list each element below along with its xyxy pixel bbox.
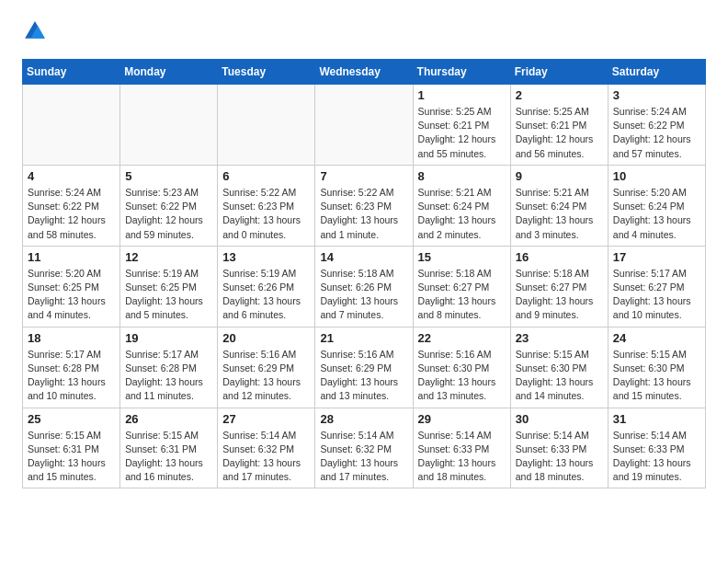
calendar-cell: 1Sunrise: 5:25 AMSunset: 6:21 PMDaylight… — [413, 85, 510, 166]
calendar-cell: 20Sunrise: 5:16 AMSunset: 6:29 PMDayligh… — [218, 327, 315, 408]
calendar-week-5: 25Sunrise: 5:15 AMSunset: 6:31 PMDayligh… — [23, 408, 706, 488]
calendar-cell: 19Sunrise: 5:17 AMSunset: 6:28 PMDayligh… — [120, 327, 218, 408]
day-info: Sunrise: 5:15 AMSunset: 6:30 PMDaylight:… — [613, 348, 700, 404]
day-number: 30 — [516, 412, 603, 426]
calendar-cell: 6Sunrise: 5:22 AMSunset: 6:23 PMDaylight… — [218, 165, 315, 246]
day-number: 13 — [222, 250, 310, 264]
day-info: Sunrise: 5:22 AMSunset: 6:23 PMDaylight:… — [320, 186, 407, 242]
logo-icon — [22, 18, 48, 44]
calendar-header: SundayMondayTuesdayWednesdayThursdayFrid… — [23, 60, 706, 85]
day-info: Sunrise: 5:25 AMSunset: 6:21 PMDaylight:… — [418, 105, 506, 161]
day-number: 12 — [125, 250, 212, 264]
calendar-week-1: 1Sunrise: 5:25 AMSunset: 6:21 PMDaylight… — [23, 85, 706, 166]
day-info: Sunrise: 5:14 AMSunset: 6:33 PMDaylight:… — [613, 429, 700, 485]
day-info: Sunrise: 5:19 AMSunset: 6:26 PMDaylight:… — [222, 267, 310, 323]
calendar-cell — [23, 85, 120, 166]
calendar-table: SundayMondayTuesdayWednesdayThursdayFrid… — [22, 59, 706, 488]
day-info: Sunrise: 5:18 AMSunset: 6:27 PMDaylight:… — [418, 267, 506, 323]
day-number: 8 — [418, 169, 506, 183]
calendar-cell: 31Sunrise: 5:14 AMSunset: 6:33 PMDayligh… — [608, 408, 705, 488]
calendar-week-3: 11Sunrise: 5:20 AMSunset: 6:25 PMDayligh… — [23, 246, 706, 327]
day-number: 1 — [418, 88, 506, 102]
day-number: 16 — [516, 250, 603, 264]
day-number: 9 — [516, 169, 603, 183]
calendar-cell: 22Sunrise: 5:16 AMSunset: 6:30 PMDayligh… — [413, 327, 510, 408]
calendar-cell: 11Sunrise: 5:20 AMSunset: 6:25 PMDayligh… — [23, 246, 120, 327]
day-number: 10 — [613, 169, 700, 183]
day-number: 4 — [28, 169, 115, 183]
calendar-cell: 3Sunrise: 5:24 AMSunset: 6:22 PMDaylight… — [608, 85, 705, 166]
calendar-cell: 16Sunrise: 5:18 AMSunset: 6:27 PMDayligh… — [510, 246, 608, 327]
day-number: 28 — [320, 412, 407, 426]
day-info: Sunrise: 5:17 AMSunset: 6:28 PMDaylight:… — [125, 348, 212, 404]
day-info: Sunrise: 5:24 AMSunset: 6:22 PMDaylight:… — [613, 105, 700, 161]
day-number: 5 — [125, 169, 212, 183]
calendar-cell: 4Sunrise: 5:24 AMSunset: 6:22 PMDaylight… — [23, 165, 120, 246]
day-info: Sunrise: 5:14 AMSunset: 6:32 PMDaylight:… — [320, 429, 407, 485]
day-info: Sunrise: 5:23 AMSunset: 6:22 PMDaylight:… — [125, 186, 212, 242]
day-info: Sunrise: 5:16 AMSunset: 6:30 PMDaylight:… — [418, 348, 506, 404]
day-number: 22 — [418, 331, 506, 345]
day-info: Sunrise: 5:14 AMSunset: 6:33 PMDaylight:… — [516, 429, 603, 485]
weekday-header-saturday: Saturday — [608, 60, 705, 85]
day-info: Sunrise: 5:25 AMSunset: 6:21 PMDaylight:… — [516, 105, 603, 161]
calendar-cell: 12Sunrise: 5:19 AMSunset: 6:25 PMDayligh… — [120, 246, 218, 327]
day-info: Sunrise: 5:16 AMSunset: 6:29 PMDaylight:… — [320, 348, 407, 404]
calendar-cell: 7Sunrise: 5:22 AMSunset: 6:23 PMDaylight… — [315, 165, 413, 246]
day-info: Sunrise: 5:15 AMSunset: 6:31 PMDaylight:… — [28, 429, 115, 485]
calendar-cell: 28Sunrise: 5:14 AMSunset: 6:32 PMDayligh… — [315, 408, 413, 488]
day-number: 23 — [516, 331, 603, 345]
day-info: Sunrise: 5:21 AMSunset: 6:24 PMDaylight:… — [418, 186, 506, 242]
logo — [22, 18, 51, 44]
day-number: 14 — [320, 250, 407, 264]
weekday-header-tuesday: Tuesday — [218, 60, 315, 85]
calendar-cell: 24Sunrise: 5:15 AMSunset: 6:30 PMDayligh… — [608, 327, 705, 408]
day-info: Sunrise: 5:18 AMSunset: 6:27 PMDaylight:… — [516, 267, 603, 323]
day-number: 7 — [320, 169, 407, 183]
day-number: 29 — [418, 412, 506, 426]
calendar-cell — [315, 85, 413, 166]
calendar-week-2: 4Sunrise: 5:24 AMSunset: 6:22 PMDaylight… — [23, 165, 706, 246]
day-number: 20 — [222, 331, 310, 345]
calendar-cell: 10Sunrise: 5:20 AMSunset: 6:24 PMDayligh… — [608, 165, 705, 246]
header — [22, 18, 706, 44]
calendar-cell: 15Sunrise: 5:18 AMSunset: 6:27 PMDayligh… — [413, 246, 510, 327]
day-info: Sunrise: 5:14 AMSunset: 6:32 PMDaylight:… — [222, 429, 310, 485]
day-info: Sunrise: 5:24 AMSunset: 6:22 PMDaylight:… — [28, 186, 115, 242]
day-info: Sunrise: 5:19 AMSunset: 6:25 PMDaylight:… — [125, 267, 212, 323]
calendar-cell: 9Sunrise: 5:21 AMSunset: 6:24 PMDaylight… — [510, 165, 608, 246]
day-number: 6 — [222, 169, 310, 183]
calendar-cell: 25Sunrise: 5:15 AMSunset: 6:31 PMDayligh… — [23, 408, 120, 488]
day-info: Sunrise: 5:20 AMSunset: 6:25 PMDaylight:… — [28, 267, 115, 323]
weekday-header-sunday: Sunday — [23, 60, 120, 85]
calendar-body: 1Sunrise: 5:25 AMSunset: 6:21 PMDaylight… — [23, 85, 706, 488]
calendar-cell: 17Sunrise: 5:17 AMSunset: 6:27 PMDayligh… — [608, 246, 705, 327]
day-number: 26 — [125, 412, 212, 426]
day-info: Sunrise: 5:14 AMSunset: 6:33 PMDaylight:… — [418, 429, 506, 485]
calendar-cell: 8Sunrise: 5:21 AMSunset: 6:24 PMDaylight… — [413, 165, 510, 246]
calendar-cell: 29Sunrise: 5:14 AMSunset: 6:33 PMDayligh… — [413, 408, 510, 488]
day-number: 24 — [613, 331, 700, 345]
calendar-cell: 21Sunrise: 5:16 AMSunset: 6:29 PMDayligh… — [315, 327, 413, 408]
day-number: 18 — [28, 331, 115, 345]
day-info: Sunrise: 5:22 AMSunset: 6:23 PMDaylight:… — [222, 186, 310, 242]
day-info: Sunrise: 5:17 AMSunset: 6:28 PMDaylight:… — [28, 348, 115, 404]
calendar-cell: 27Sunrise: 5:14 AMSunset: 6:32 PMDayligh… — [218, 408, 315, 488]
day-number: 21 — [320, 331, 407, 345]
calendar-cell: 18Sunrise: 5:17 AMSunset: 6:28 PMDayligh… — [23, 327, 120, 408]
day-number: 19 — [125, 331, 212, 345]
weekday-header-friday: Friday — [510, 60, 608, 85]
day-info: Sunrise: 5:17 AMSunset: 6:27 PMDaylight:… — [613, 267, 700, 323]
calendar-cell: 14Sunrise: 5:18 AMSunset: 6:26 PMDayligh… — [315, 246, 413, 327]
day-number: 2 — [516, 88, 603, 102]
weekday-header-wednesday: Wednesday — [315, 60, 413, 85]
day-number: 11 — [28, 250, 115, 264]
day-info: Sunrise: 5:16 AMSunset: 6:29 PMDaylight:… — [222, 348, 310, 404]
day-info: Sunrise: 5:20 AMSunset: 6:24 PMDaylight:… — [613, 186, 700, 242]
page: SundayMondayTuesdayWednesdayThursdayFrid… — [0, 0, 728, 507]
calendar-cell: 13Sunrise: 5:19 AMSunset: 6:26 PMDayligh… — [218, 246, 315, 327]
day-number: 15 — [418, 250, 506, 264]
day-info: Sunrise: 5:15 AMSunset: 6:31 PMDaylight:… — [125, 429, 212, 485]
calendar-cell: 5Sunrise: 5:23 AMSunset: 6:22 PMDaylight… — [120, 165, 218, 246]
calendar-cell: 26Sunrise: 5:15 AMSunset: 6:31 PMDayligh… — [120, 408, 218, 488]
